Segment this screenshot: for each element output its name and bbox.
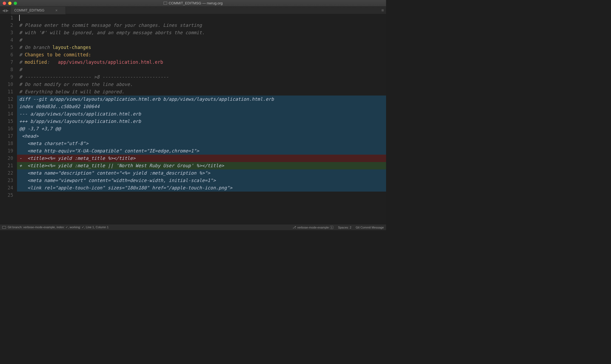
line-number: 1 — [0, 14, 13, 22]
line-number: 16 — [0, 125, 13, 132]
line-number: 8 — [0, 66, 13, 73]
line-number: 7 — [0, 59, 13, 66]
code-line[interactable]: # Everything below it will be ignored. — [17, 88, 386, 96]
status-branch-name: verbose-mode-example — [297, 226, 329, 229]
status-text[interactable]: Git branch: verbose-mode-example, index:… — [8, 226, 109, 229]
window-title: COMMIT_EDITMSG — nwrug.org — [163, 1, 222, 5]
code-line[interactable]: index 0b9d83d..c58ba92 100644 — [17, 103, 386, 110]
editor-area[interactable]: 1234567891011121314151617181920212223242… — [0, 14, 386, 224]
line-number: 19 — [0, 147, 13, 155]
line-number: 2 — [0, 22, 13, 29]
line-number: 17 — [0, 132, 13, 140]
tab-bar: ◀ ▶ COMMIT_EDITMSG × ≡ — [0, 7, 386, 14]
code-line[interactable]: - <title><%= yield :meta_title %></title… — [17, 155, 386, 162]
traffic-lights — [3, 2, 17, 5]
line-number: 13 — [0, 103, 13, 110]
code-line[interactable]: # — [17, 36, 386, 44]
code-line[interactable]: <meta charset="utf-8"> — [17, 140, 386, 147]
code-line[interactable]: --- a/app/views/layouts/application.html… — [17, 110, 386, 118]
status-branch[interactable]: verbose-mode-example 1 — [293, 226, 334, 229]
window-titlebar: COMMIT_EDITMSG — nwrug.org — [0, 0, 386, 7]
code-content[interactable]: # Please enter the commit message for yo… — [17, 14, 386, 224]
line-number: 3 — [0, 29, 13, 36]
minimize-button[interactable] — [8, 2, 12, 5]
line-number: 5 — [0, 44, 13, 51]
document-icon — [163, 2, 167, 5]
status-bar: Git branch: verbose-mode-example, index:… — [0, 224, 386, 230]
code-line[interactable]: <link rel="apple-touch-icon" sizes="180x… — [17, 184, 386, 192]
code-line[interactable]: + <title><%= yield :meta_title || 'North… — [17, 162, 386, 169]
code-line[interactable]: # Changes to be committed: — [17, 51, 386, 59]
close-icon[interactable]: × — [55, 8, 58, 13]
code-line[interactable]: # with '#' will be ignored, and an empty… — [17, 29, 386, 36]
code-line[interactable]: @@ -3,7 +3,7 @@ — [17, 125, 386, 132]
line-number: 24 — [0, 184, 13, 192]
line-number: 15 — [0, 118, 13, 125]
nav-forward-icon[interactable]: ▶ — [6, 8, 9, 13]
code-line[interactable]: <meta name="description" content="<%= yi… — [17, 169, 386, 177]
code-line[interactable]: diff --git a/app/views/layouts/applicati… — [17, 96, 386, 103]
code-line[interactable]: # Do not modify or remove the line above… — [17, 81, 386, 88]
line-number: 20 — [0, 155, 13, 162]
window-title-text: COMMIT_EDITMSG — nwrug.org — [169, 1, 222, 5]
code-line[interactable]: <head> — [17, 132, 386, 140]
close-button[interactable] — [3, 2, 6, 5]
line-number: 9 — [0, 73, 13, 81]
code-line[interactable]: # — [17, 66, 386, 73]
code-line[interactable]: # Please enter the commit message for yo… — [17, 22, 386, 29]
line-number: 6 — [0, 51, 13, 59]
line-number: 21 — [0, 162, 13, 169]
maximize-button[interactable] — [14, 2, 17, 5]
status-indent-label: Spaces: 2 — [338, 226, 351, 229]
status-syntax-label: Git Commit Message — [356, 226, 384, 229]
status-left: Git branch: verbose-mode-example, index:… — [2, 226, 109, 229]
line-number-gutter: 1234567891011121314151617181920212223242… — [0, 14, 17, 224]
line-number: 10 — [0, 81, 13, 88]
line-number: 11 — [0, 88, 13, 96]
tab-nav-arrows: ◀ ▶ — [0, 8, 11, 13]
code-line[interactable]: <meta http-equiv="X-UA-Compatible" conte… — [17, 147, 386, 155]
hamburger-icon[interactable]: ≡ — [381, 8, 384, 13]
code-line[interactable] — [17, 14, 386, 22]
line-number: 22 — [0, 169, 13, 177]
status-indent[interactable]: Spaces: 2 — [338, 226, 351, 229]
branch-icon — [293, 226, 296, 229]
code-line[interactable] — [17, 192, 386, 199]
line-number: 25 — [0, 192, 13, 199]
text-cursor — [19, 15, 20, 21]
status-syntax[interactable]: Git Commit Message — [356, 226, 384, 229]
tab-label: COMMIT_EDITMSG — [14, 8, 44, 12]
code-line[interactable]: <meta name="viewport" content="width=dev… — [17, 177, 386, 184]
panel-icon[interactable] — [2, 226, 6, 229]
line-number: 23 — [0, 177, 13, 184]
status-branch-badge: 1 — [330, 226, 333, 229]
line-number: 4 — [0, 36, 13, 44]
line-number: 14 — [0, 110, 13, 118]
code-line[interactable]: # modified: app/views/layouts/applicatio… — [17, 59, 386, 66]
nav-back-icon[interactable]: ◀ — [2, 8, 5, 13]
code-line[interactable]: # ------------------------ >8 ----------… — [17, 73, 386, 81]
line-number: 12 — [0, 96, 13, 103]
tab-commit-editmsg[interactable]: COMMIT_EDITMSG × — [11, 7, 66, 14]
line-number: 18 — [0, 140, 13, 147]
code-line[interactable]: +++ b/app/views/layouts/application.html… — [17, 118, 386, 125]
code-line[interactable]: # On branch layout-changes — [17, 44, 386, 51]
